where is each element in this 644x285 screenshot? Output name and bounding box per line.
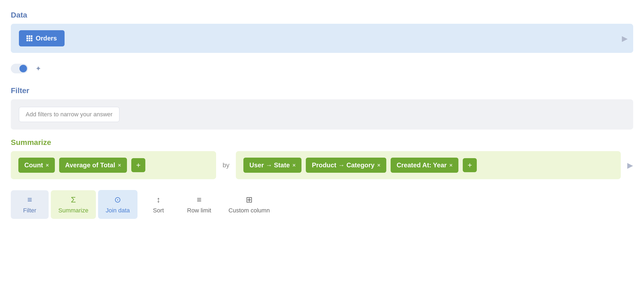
summarize-metrics-area: Count × Average of Total × +	[11, 151, 216, 179]
sort-toolbar-icon: ↕	[156, 195, 160, 204]
toggle-circle	[19, 65, 27, 72]
tag-created-at-year-close[interactable]: ×	[450, 162, 453, 168]
icon-row: ✦	[11, 59, 633, 78]
metrics-add-button[interactable]: +	[131, 158, 145, 172]
summarize-arrow-right: ▶	[627, 161, 633, 170]
joindata-toolbar-icon: ⊙	[114, 195, 121, 204]
tag-product-category-close[interactable]: ×	[377, 162, 380, 168]
summarize-toolbar-icon: Σ	[71, 195, 76, 204]
filter-box: Add filters to narrow your answer	[11, 99, 633, 130]
dimensions-add-button[interactable]: +	[463, 158, 477, 172]
data-section: Data Orders ▶	[11, 11, 633, 53]
filter-add-button[interactable]: Add filters to narrow your answer	[19, 107, 119, 122]
tag-count-label: Count	[24, 161, 43, 169]
toolbar-joindata-button[interactable]: ⊙ Join data	[98, 190, 137, 219]
summarize-dimensions-area: User → State × Product → Category × Crea…	[236, 151, 621, 179]
toolbar-filter-button[interactable]: ≡ Filter	[11, 190, 49, 219]
filter-section: Filter Add filters to narrow your answer	[11, 86, 633, 130]
grid-icon	[26, 35, 32, 41]
tag-avg-total-close[interactable]: ×	[118, 162, 121, 168]
orders-label: Orders	[36, 35, 57, 42]
tag-user-state-label: User → State	[249, 161, 290, 169]
data-section-label: Data	[11, 11, 633, 19]
bottom-toolbar: ≡ Filter Σ Summarize ⊙ Join data ↕ Sort …	[11, 190, 633, 219]
filter-toolbar-label: Filter	[23, 207, 36, 214]
summarize-section-label: Summarize	[11, 138, 633, 147]
tag-product-category[interactable]: Product → Category ×	[306, 158, 386, 173]
tag-avg-total[interactable]: Average of Total ×	[59, 158, 127, 173]
tag-avg-total-label: Average of Total	[65, 161, 115, 169]
filter-toolbar-icon: ≡	[27, 195, 32, 204]
toolbar-sort-button[interactable]: ↕ Sort	[140, 190, 177, 219]
tag-count-close[interactable]: ×	[46, 162, 49, 168]
tag-product-category-label: Product → Category	[312, 161, 374, 169]
data-arrow-right: ▶	[622, 34, 628, 43]
sparkle-icon[interactable]: ✦	[33, 64, 43, 73]
sort-toolbar-label: Sort	[153, 207, 164, 214]
toolbar-summarize-button[interactable]: Σ Summarize	[51, 190, 96, 219]
joindata-toolbar-label: Join data	[106, 207, 130, 214]
toolbar-rowlimit-button[interactable]: ≡ Row limit	[180, 190, 219, 219]
tag-user-state-close[interactable]: ×	[293, 162, 296, 168]
customcolumn-toolbar-icon: ⊞	[246, 195, 253, 204]
customcolumn-toolbar-label: Custom column	[229, 207, 270, 214]
rowlimit-toolbar-label: Row limit	[187, 207, 211, 214]
data-row: Orders ▶	[11, 24, 633, 53]
tag-created-at-year[interactable]: Created At: Year ×	[391, 158, 458, 173]
summarize-toolbar-label: Summarize	[58, 207, 88, 214]
summarize-row: Count × Average of Total × + by User → S…	[11, 151, 633, 179]
toggle-button[interactable]	[11, 64, 28, 73]
filter-section-label: Filter	[11, 86, 633, 95]
tag-user-state[interactable]: User → State ×	[243, 158, 301, 173]
summarize-section: Summarize Count × Average of Total × + b…	[11, 138, 633, 179]
tag-count[interactable]: Count ×	[18, 158, 55, 173]
by-label: by	[223, 161, 229, 169]
tag-created-at-year-label: Created At: Year	[397, 161, 447, 169]
rowlimit-toolbar-icon: ≡	[197, 195, 202, 204]
orders-button[interactable]: Orders	[19, 30, 65, 46]
toolbar-customcolumn-button[interactable]: ⊞ Custom column	[221, 190, 277, 219]
